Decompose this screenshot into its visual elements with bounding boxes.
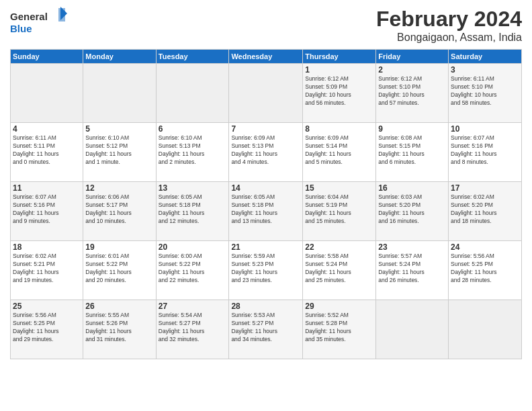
day-number: 11 [13, 183, 81, 193]
week-row-5: 25Sunrise: 5:56 AMSunset: 5:25 PMDayligh… [11, 300, 522, 359]
day-info: Sunrise: 6:12 AMSunset: 5:09 PMDaylight:… [305, 75, 373, 107]
week-row-4: 18Sunrise: 6:02 AMSunset: 5:21 PMDayligh… [11, 241, 522, 300]
day-cell-3-4: 22Sunrise: 5:58 AMSunset: 5:24 PMDayligh… [303, 241, 376, 300]
day-cell-1-2: 6Sunrise: 6:10 AMSunset: 5:13 PMDaylight… [156, 123, 229, 182]
day-info: Sunrise: 6:11 AMSunset: 5:11 PMDaylight:… [13, 134, 81, 167]
header-monday: Monday [83, 50, 156, 64]
week-row-1: 1Sunrise: 6:12 AMSunset: 5:09 PMDaylight… [11, 64, 522, 123]
day-number: 13 [159, 183, 227, 193]
day-cell-4-0: 25Sunrise: 5:56 AMSunset: 5:25 PMDayligh… [11, 300, 83, 359]
day-number: 23 [378, 242, 446, 252]
day-cell-4-6 [449, 300, 522, 359]
header-saturday: Saturday [449, 50, 522, 64]
day-info: Sunrise: 6:00 AMSunset: 5:22 PMDaylight:… [159, 253, 227, 285]
day-cell-3-1: 19Sunrise: 6:01 AMSunset: 5:22 PMDayligh… [83, 241, 156, 300]
day-cell-1-5: 9Sunrise: 6:08 AMSunset: 5:15 PMDaylight… [376, 123, 449, 182]
header-thursday: Thursday [303, 50, 376, 64]
day-info: Sunrise: 6:07 AMSunset: 5:16 PMDaylight:… [13, 193, 81, 226]
day-info: Sunrise: 6:02 AMSunset: 5:20 PMDaylight:… [451, 193, 519, 226]
day-number: 20 [159, 242, 227, 252]
day-cell-2-6: 17Sunrise: 6:02 AMSunset: 5:20 PMDayligh… [449, 182, 522, 241]
day-number: 12 [85, 183, 153, 193]
day-info: Sunrise: 6:06 AMSunset: 5:17 PMDaylight:… [85, 193, 153, 226]
svg-text:Blue: Blue [10, 23, 32, 34]
day-info: Sunrise: 5:53 AMSunset: 5:27 PMDaylight:… [231, 312, 300, 344]
day-number: 21 [231, 242, 300, 252]
day-number: 10 [451, 124, 519, 134]
day-info: Sunrise: 5:56 AMSunset: 5:25 PMDaylight:… [13, 312, 81, 344]
logo-svg: General Blue [10, 7, 71, 37]
day-cell-2-5: 16Sunrise: 6:03 AMSunset: 5:20 PMDayligh… [376, 182, 449, 241]
day-cell-1-1: 5Sunrise: 6:10 AMSunset: 5:12 PMDaylight… [83, 123, 156, 182]
logo: General Blue [10, 7, 71, 37]
day-cell-4-4: 29Sunrise: 5:52 AMSunset: 5:28 PMDayligh… [303, 300, 376, 359]
day-cell-1-4: 8Sunrise: 6:09 AMSunset: 5:14 PMDaylight… [303, 123, 376, 182]
day-cell-2-2: 13Sunrise: 6:05 AMSunset: 5:18 PMDayligh… [156, 182, 229, 241]
day-cell-0-0 [11, 64, 83, 123]
day-number: 15 [305, 183, 373, 193]
day-cell-4-5 [376, 300, 449, 359]
day-number: 5 [85, 124, 153, 134]
day-cell-2-3: 14Sunrise: 6:05 AMSunset: 5:18 PMDayligh… [229, 182, 303, 241]
day-number: 19 [85, 242, 153, 252]
day-number: 2 [378, 65, 446, 75]
day-number: 9 [378, 124, 446, 134]
day-cell-3-3: 21Sunrise: 5:59 AMSunset: 5:23 PMDayligh… [229, 241, 303, 300]
day-info: Sunrise: 5:54 AMSunset: 5:27 PMDaylight:… [159, 312, 227, 344]
day-info: Sunrise: 6:02 AMSunset: 5:21 PMDaylight:… [13, 253, 81, 285]
day-cell-1-3: 7Sunrise: 6:09 AMSunset: 5:13 PMDaylight… [229, 123, 303, 182]
header-wednesday: Wednesday [229, 50, 303, 64]
calendar-header-row: SundayMondayTuesdayWednesdayThursdayFrid… [11, 50, 522, 64]
day-info: Sunrise: 6:05 AMSunset: 5:18 PMDaylight:… [159, 193, 227, 226]
day-number: 25 [13, 302, 81, 311]
day-info: Sunrise: 5:52 AMSunset: 5:28 PMDaylight:… [305, 312, 373, 344]
day-number: 8 [305, 124, 373, 134]
week-row-2: 4Sunrise: 6:11 AMSunset: 5:11 PMDaylight… [11, 123, 522, 182]
day-info: Sunrise: 6:08 AMSunset: 5:15 PMDaylight:… [378, 134, 446, 167]
header-tuesday: Tuesday [156, 50, 229, 64]
header-sunday: Sunday [11, 50, 83, 64]
day-cell-3-0: 18Sunrise: 6:02 AMSunset: 5:21 PMDayligh… [11, 241, 83, 300]
day-cell-4-1: 26Sunrise: 5:55 AMSunset: 5:26 PMDayligh… [83, 300, 156, 359]
day-number: 29 [305, 302, 373, 311]
day-cell-2-4: 15Sunrise: 6:04 AMSunset: 5:19 PMDayligh… [303, 182, 376, 241]
day-cell-0-4: 1Sunrise: 6:12 AMSunset: 5:09 PMDaylight… [303, 64, 376, 123]
day-info: Sunrise: 6:09 AMSunset: 5:13 PMDaylight:… [231, 134, 300, 167]
day-number: 24 [451, 242, 519, 252]
day-cell-0-1 [83, 64, 156, 123]
day-info: Sunrise: 6:03 AMSunset: 5:20 PMDaylight:… [378, 193, 446, 226]
day-number: 28 [231, 302, 300, 311]
day-info: Sunrise: 6:10 AMSunset: 5:13 PMDaylight:… [159, 134, 227, 167]
title-block: February 2024 Bongaigaon, Assam, India [376, 7, 522, 44]
day-cell-0-5: 2Sunrise: 6:12 AMSunset: 5:10 PMDaylight… [376, 64, 449, 123]
day-cell-2-0: 11Sunrise: 6:07 AMSunset: 5:16 PMDayligh… [11, 182, 83, 241]
week-row-3: 11Sunrise: 6:07 AMSunset: 5:16 PMDayligh… [11, 182, 522, 241]
day-cell-0-6: 3Sunrise: 6:11 AMSunset: 5:10 PMDaylight… [449, 64, 522, 123]
day-cell-3-2: 20Sunrise: 6:00 AMSunset: 5:22 PMDayligh… [156, 241, 229, 300]
day-info: Sunrise: 5:59 AMSunset: 5:23 PMDaylight:… [231, 253, 300, 285]
day-info: Sunrise: 6:01 AMSunset: 5:22 PMDaylight:… [85, 253, 153, 285]
day-info: Sunrise: 6:05 AMSunset: 5:18 PMDaylight:… [231, 193, 300, 226]
day-cell-1-6: 10Sunrise: 6:07 AMSunset: 5:16 PMDayligh… [449, 123, 522, 182]
day-cell-4-3: 28Sunrise: 5:53 AMSunset: 5:27 PMDayligh… [229, 300, 303, 359]
day-number: 18 [13, 242, 81, 252]
day-number: 6 [159, 124, 227, 134]
day-cell-2-1: 12Sunrise: 6:06 AMSunset: 5:17 PMDayligh… [83, 182, 156, 241]
day-info: Sunrise: 6:12 AMSunset: 5:10 PMDaylight:… [378, 75, 446, 107]
svg-text:General: General [10, 11, 48, 22]
day-cell-0-2 [156, 64, 229, 123]
day-number: 16 [378, 183, 446, 193]
day-info: Sunrise: 5:55 AMSunset: 5:26 PMDaylight:… [85, 312, 153, 344]
day-info: Sunrise: 5:57 AMSunset: 5:24 PMDaylight:… [378, 253, 446, 285]
day-number: 7 [231, 124, 300, 134]
day-info: Sunrise: 6:09 AMSunset: 5:14 PMDaylight:… [305, 134, 373, 167]
day-cell-0-3 [229, 64, 303, 123]
header-friday: Friday [376, 50, 449, 64]
day-info: Sunrise: 5:58 AMSunset: 5:24 PMDaylight:… [305, 253, 373, 285]
day-cell-3-5: 23Sunrise: 5:57 AMSunset: 5:24 PMDayligh… [376, 241, 449, 300]
day-number: 27 [159, 302, 227, 311]
page: General Blue February 2024 Bongaigaon, A… [0, 0, 532, 411]
day-number: 17 [451, 183, 519, 193]
day-info: Sunrise: 6:07 AMSunset: 5:16 PMDaylight:… [451, 134, 519, 167]
day-cell-4-2: 27Sunrise: 5:54 AMSunset: 5:27 PMDayligh… [156, 300, 229, 359]
